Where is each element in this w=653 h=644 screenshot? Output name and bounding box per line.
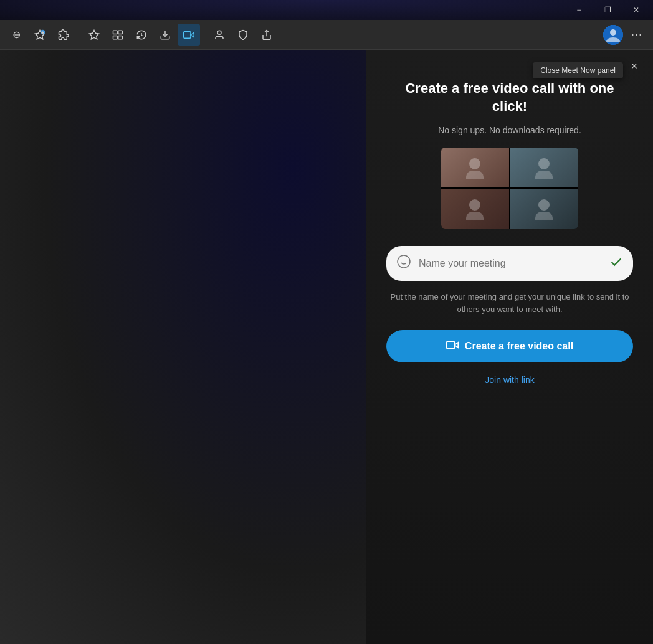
shield-icon[interactable] — [232, 24, 254, 46]
video-cell-4 — [510, 189, 578, 229]
person-silhouette-4 — [524, 197, 565, 220]
svg-rect-2 — [113, 31, 118, 34]
main-layout: Close Meet Now panel ✕ Create a free vid… — [0, 50, 653, 644]
zoom-out-icon[interactable]: ⊖ — [5, 24, 27, 46]
create-button-label: Create a free video call — [465, 341, 573, 352]
person-silhouette-1 — [455, 156, 495, 179]
svg-rect-8 — [184, 31, 191, 38]
history-icon[interactable] — [130, 24, 153, 46]
svg-point-12 — [610, 29, 616, 36]
favorites-icon[interactable]: + — [29, 24, 51, 46]
svg-text:+: + — [42, 30, 44, 34]
person-silhouette-3 — [455, 197, 495, 220]
video-cell-3 — [441, 189, 509, 229]
download-icon[interactable] — [154, 24, 176, 46]
panel-body: Create a free video call with one click!… — [366, 80, 653, 385]
smiley-icon — [396, 254, 411, 273]
panel-title: Create a free video call with one click! — [386, 80, 633, 115]
titlebar-controls: − ❐ ✕ — [565, 0, 651, 20]
person-silhouette-2 — [524, 156, 565, 179]
meet-now-toolbar-icon[interactable] — [178, 24, 200, 46]
close-tooltip: Close Meet Now panel — [533, 62, 623, 78]
video-cell-1 — [441, 148, 509, 187]
window-close-button[interactable]: ✕ — [622, 0, 651, 20]
svg-marker-7 — [191, 32, 194, 37]
browser-toolbar: ⊖ + — [0, 20, 653, 50]
meeting-name-input[interactable] — [419, 258, 604, 269]
profile-icon[interactable] — [208, 24, 231, 46]
extensions-icon[interactable] — [52, 24, 75, 46]
restore-button[interactable]: ❐ — [593, 0, 622, 20]
svg-point-9 — [217, 31, 221, 34]
browser-content-area — [0, 50, 366, 644]
meet-now-panel: Close Meet Now panel ✕ Create a free vid… — [366, 50, 653, 644]
panel-subtitle: No sign ups. No downloads required. — [438, 125, 581, 135]
share-icon[interactable] — [255, 24, 278, 46]
video-cell-2 — [510, 148, 578, 187]
check-icon — [609, 255, 623, 272]
collections-icon[interactable] — [83, 24, 105, 46]
more-options-icon[interactable]: ··· — [626, 24, 648, 46]
content-background — [0, 50, 366, 644]
minimize-button[interactable]: − — [565, 0, 593, 20]
svg-rect-4 — [113, 36, 118, 39]
join-with-link[interactable]: Join with link — [485, 375, 534, 385]
svg-rect-5 — [118, 36, 123, 39]
panel-header: Close Meet Now panel ✕ — [366, 50, 653, 80]
video-preview-grid — [441, 148, 578, 229]
create-video-call-button[interactable]: Create a free video call — [386, 330, 633, 362]
description-text: Put the name of your meeting and get you… — [386, 291, 633, 315]
svg-marker-17 — [454, 343, 458, 348]
titlebar: − ❐ ✕ — [0, 0, 653, 20]
svg-rect-3 — [118, 31, 123, 34]
avatar[interactable] — [602, 24, 624, 46]
separator-1 — [79, 27, 79, 42]
video-camera-icon — [446, 339, 459, 354]
close-panel-button[interactable]: ✕ — [626, 57, 643, 75]
tab-groups-icon[interactable] — [107, 24, 129, 46]
svg-point-14 — [398, 255, 410, 268]
separator-2 — [204, 27, 204, 42]
svg-rect-18 — [447, 341, 455, 349]
meeting-name-field[interactable] — [386, 246, 633, 281]
